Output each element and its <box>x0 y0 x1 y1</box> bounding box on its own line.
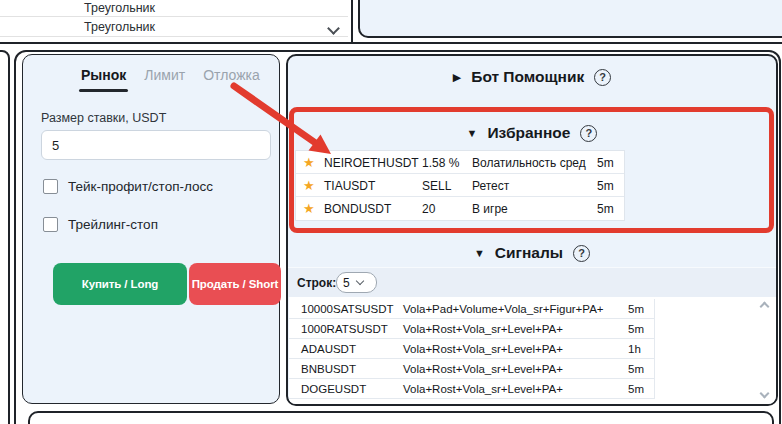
signals-title: Сигналы <box>495 244 563 262</box>
star-icon[interactable]: ★ <box>303 155 315 170</box>
signal-cell: Ретест <box>472 179 509 193</box>
bet-size-input[interactable] <box>41 130 271 160</box>
symbol-cell: NEIROETHUSDT <box>324 156 419 170</box>
symbol-cell: DOGEUSDT <box>301 383 366 395</box>
signal-row[interactable]: ADAUSDT Vola+Rost+Vola_sr+Level+PA+ 1h <box>289 339 654 359</box>
value-cell: 20 <box>422 202 435 216</box>
app-screen: Треугольник Треугольник Треугольник Рыно… <box>0 0 782 424</box>
favorites-title: Избранное <box>487 124 570 142</box>
chevron-down-icon <box>355 277 363 285</box>
sell-short-button[interactable]: Продать / Short <box>189 263 281 305</box>
help-icon[interactable]: ? <box>580 125 597 142</box>
symbol-cell: 1000RATSUSDT <box>301 323 388 335</box>
favorites-header[interactable]: ▼ Избранное ? <box>288 124 776 142</box>
rows-per-page-bar: Строк: 5 <box>288 267 777 297</box>
favorites-table: ★ NEIROETHUSDT 1.58 % Волатильность сред… <box>295 150 625 221</box>
bottom-panel <box>28 411 774 424</box>
divider <box>0 42 782 44</box>
timeframe-cell: 5m <box>628 303 644 315</box>
timeframe-cell: 5m <box>597 202 614 216</box>
signal-row[interactable]: BNBUSDT Vola+Rost+Vola_sr+Level+PA+ 5m <box>289 359 654 379</box>
favorites-row[interactable]: ★ TIAUSDT SELL Ретест 5m <box>296 174 624 197</box>
bot-assistant-header[interactable]: ▶ Бот Помощник ? <box>288 68 776 86</box>
signal-cell: Vola+Pad+Volume+Vola_sr+Figur+PA+ <box>403 303 604 315</box>
timeframe-cell: 5m <box>628 323 644 335</box>
signal-row[interactable]: 1000RATSUSDT Vola+Rost+Vola_sr+Level+PA+… <box>289 319 654 339</box>
trailing-stop-option: Трейлинг-стоп <box>43 217 158 232</box>
dropdown-option[interactable]: Треугольник <box>84 20 344 36</box>
value-cell: 1.58 % <box>422 156 459 170</box>
tp-sl-label: Тейк-профит/стоп-лосс <box>68 179 213 194</box>
bet-size-label: Размер ставки, USDT <box>41 111 166 125</box>
tab-pending[interactable]: Отложка <box>203 67 260 83</box>
symbol-cell: ADAUSDT <box>301 343 356 355</box>
symbol-cell: TIAUSDT <box>324 179 375 193</box>
value-cell: SELL <box>422 179 451 193</box>
tab-market[interactable]: Рынок <box>81 67 126 83</box>
bot-assistant-title: Бот Помощник <box>471 68 584 86</box>
triangle-down-icon: ▼ <box>474 247 485 259</box>
signal-cell: Vola+Rost+Vola_sr+Level+PA+ <box>403 343 563 355</box>
signal-cell: Волатильность сред <box>472 156 586 170</box>
dropdown-option[interactable]: Треугольник <box>84 1 344 17</box>
signals-header[interactable]: ▼ Сигналы ? <box>288 244 776 262</box>
symbol-cell: 10000SATSUSDT <box>301 303 393 315</box>
divider <box>0 36 348 37</box>
rows-count-select[interactable]: 5 <box>336 272 377 293</box>
help-icon[interactable]: ? <box>594 69 611 86</box>
trailing-stop-checkbox[interactable] <box>43 217 58 232</box>
signal-row[interactable]: 10000SATSUSDT Vola+Pad+Volume+Vola_sr+Fi… <box>289 299 654 319</box>
buy-long-button[interactable]: Купить / Long <box>53 263 187 305</box>
scroll-down-icon[interactable] <box>760 389 770 399</box>
favorites-row[interactable]: ★ BONDUSDT 20 В игре 5m <box>296 197 624 220</box>
star-icon[interactable]: ★ <box>303 201 315 216</box>
divider <box>351 0 353 43</box>
order-type-tabs: Рынок Лимит Отложка <box>81 67 260 83</box>
tp-sl-option: Тейк-профит/стоп-лосс <box>43 179 213 194</box>
signal-cell: Vola+Rost+Vola_sr+Level+PA+ <box>403 383 563 395</box>
order-form-panel: Рынок Лимит Отложка Размер ставки, USDT … <box>22 54 280 404</box>
triangle-down-icon: ▼ <box>467 127 478 139</box>
symbol-cell: BNBUSDT <box>301 363 356 375</box>
divider <box>0 16 348 17</box>
signal-cell: Vola+Rost+Vola_sr+Level+PA+ <box>403 323 563 335</box>
signal-row[interactable]: DOGEUSDT Vola+Rost+Vola_sr+Level+PA+ 5m <box>289 379 654 399</box>
trailing-stop-label: Трейлинг-стоп <box>68 217 158 232</box>
timeframe-cell: 5m <box>628 363 644 375</box>
triangle-right-icon: ▶ <box>453 71 461 84</box>
scroll-up-icon[interactable] <box>760 302 770 312</box>
signals-rows: 10000SATSUSDT Vola+Pad+Volume+Vola_sr+Fi… <box>289 299 655 399</box>
rows-count-value: 5 <box>343 276 350 290</box>
signal-cell: Vola+Rost+Vola_sr+Level+PA+ <box>403 363 563 375</box>
favorites-row[interactable]: ★ NEIROETHUSDT 1.58 % Волатильность сред… <box>296 151 624 174</box>
rows-per-page-label: Строк: <box>297 276 336 290</box>
tab-limit[interactable]: Лимит <box>144 67 185 83</box>
signal-cell: В игре <box>472 202 508 216</box>
left-edge-panel <box>0 50 10 424</box>
timeframe-cell: 1h <box>628 343 641 355</box>
timeframe-cell: 5m <box>597 179 614 193</box>
tp-sl-checkbox[interactable] <box>43 179 58 194</box>
timeframe-cell: 5m <box>628 383 644 395</box>
top-bar: Треугольник Треугольник Треугольник <box>0 0 782 43</box>
symbol-cell: BONDUSDT <box>324 202 391 216</box>
help-icon[interactable]: ? <box>573 245 590 262</box>
signals-table: 10000SATSUSDT Vola+Pad+Volume+Vola_sr+Fi… <box>289 297 776 405</box>
timeframe-cell: 5m <box>597 156 614 170</box>
star-icon[interactable]: ★ <box>303 178 315 193</box>
top-right-panel <box>358 0 782 38</box>
scrollbar[interactable] <box>758 299 772 401</box>
bot-assistant-panel: ▶ Бот Помощник ? ▼ Избранное ? ★ NEIROET… <box>286 54 778 406</box>
